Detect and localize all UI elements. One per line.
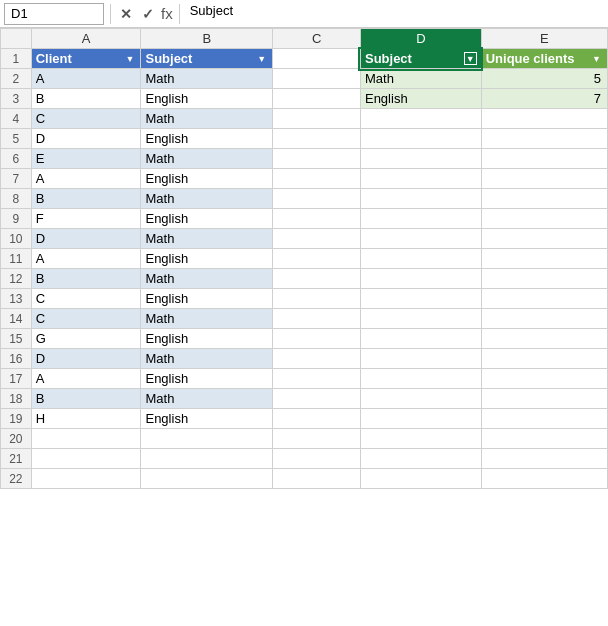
unique-clients-filter-btn[interactable]: ▼: [590, 52, 603, 65]
summary-subject-filter-btn[interactable]: ▼: [464, 52, 477, 65]
cell-d9[interactable]: [360, 209, 481, 229]
cell-d8[interactable]: [360, 189, 481, 209]
cell-b11[interactable]: English: [141, 249, 273, 269]
formula-content[interactable]: Subject: [186, 3, 604, 25]
cell-d3[interactable]: English: [360, 89, 481, 109]
function-icon[interactable]: fx: [161, 5, 173, 22]
cell-e15[interactable]: [481, 329, 607, 349]
cell-e5[interactable]: [481, 129, 607, 149]
cell-d18[interactable]: [360, 389, 481, 409]
cell-d22[interactable]: [360, 469, 481, 489]
client-filter-btn[interactable]: ▼: [123, 52, 136, 65]
cell-a15[interactable]: G: [31, 329, 141, 349]
cell-e19[interactable]: [481, 409, 607, 429]
cell-a7[interactable]: A: [31, 169, 141, 189]
cell-b19[interactable]: English: [141, 409, 273, 429]
cell-b21[interactable]: [141, 449, 273, 469]
cell-e8[interactable]: [481, 189, 607, 209]
cell-a4[interactable]: C: [31, 109, 141, 129]
subject-filter-btn[interactable]: ▼: [255, 52, 268, 65]
cell-a8[interactable]: B: [31, 189, 141, 209]
col-header-b[interactable]: B: [141, 29, 273, 49]
confirm-icon[interactable]: ✓: [139, 6, 157, 22]
cell-e14[interactable]: [481, 309, 607, 329]
cell-b7[interactable]: English: [141, 169, 273, 189]
cell-b2[interactable]: Math: [141, 69, 273, 89]
cell-d12[interactable]: [360, 269, 481, 289]
cell-a6[interactable]: E: [31, 149, 141, 169]
cell-a17[interactable]: A: [31, 369, 141, 389]
cell-a20[interactable]: [31, 429, 141, 449]
cell-e7[interactable]: [481, 169, 607, 189]
cell-e18[interactable]: [481, 389, 607, 409]
cell-e11[interactable]: [481, 249, 607, 269]
cell-a21[interactable]: [31, 449, 141, 469]
cell-e9[interactable]: [481, 209, 607, 229]
cell-d20[interactable]: [360, 429, 481, 449]
cell-b10[interactable]: Math: [141, 229, 273, 249]
col-header-e[interactable]: E: [481, 29, 607, 49]
cell-a12[interactable]: B: [31, 269, 141, 289]
cell-b6[interactable]: Math: [141, 149, 273, 169]
cell-e12[interactable]: [481, 269, 607, 289]
cell-reference-box[interactable]: D1: [4, 3, 104, 25]
cell-b17[interactable]: English: [141, 369, 273, 389]
cell-e16[interactable]: [481, 349, 607, 369]
cell-b13[interactable]: English: [141, 289, 273, 309]
cell-e17[interactable]: [481, 369, 607, 389]
cell-b8[interactable]: Math: [141, 189, 273, 209]
cell-b16[interactable]: Math: [141, 349, 273, 369]
cell-d13[interactable]: [360, 289, 481, 309]
cell-b9[interactable]: English: [141, 209, 273, 229]
cell-b22[interactable]: [141, 469, 273, 489]
cell-d4[interactable]: [360, 109, 481, 129]
cell-a10[interactable]: D: [31, 229, 141, 249]
cell-a11[interactable]: A: [31, 249, 141, 269]
cell-b14[interactable]: Math: [141, 309, 273, 329]
cell-e10[interactable]: [481, 229, 607, 249]
col-header-a[interactable]: A: [31, 29, 141, 49]
cell-b4[interactable]: Math: [141, 109, 273, 129]
cell-d21[interactable]: [360, 449, 481, 469]
cell-d15[interactable]: [360, 329, 481, 349]
cell-d17[interactable]: [360, 369, 481, 389]
cell-a18[interactable]: B: [31, 389, 141, 409]
cell-e6[interactable]: [481, 149, 607, 169]
cell-e3[interactable]: 7: [481, 89, 607, 109]
cell-a13[interactable]: C: [31, 289, 141, 309]
cancel-icon[interactable]: ✕: [117, 6, 135, 22]
cell-d5[interactable]: [360, 129, 481, 149]
cell-b5[interactable]: English: [141, 129, 273, 149]
cell-d10[interactable]: [360, 229, 481, 249]
cell-d14[interactable]: [360, 309, 481, 329]
cell-b3[interactable]: English: [141, 89, 273, 109]
cell-d7[interactable]: [360, 169, 481, 189]
cell-b12[interactable]: Math: [141, 269, 273, 289]
cell-b15[interactable]: English: [141, 329, 273, 349]
cell-d19[interactable]: [360, 409, 481, 429]
cell-a2[interactable]: A: [31, 69, 141, 89]
cell-b20[interactable]: [141, 429, 273, 449]
cell-e22[interactable]: [481, 469, 607, 489]
cell-a9[interactable]: F: [31, 209, 141, 229]
cell-d2[interactable]: Math: [360, 69, 481, 89]
cell-d6[interactable]: [360, 149, 481, 169]
col-header-d[interactable]: D: [360, 29, 481, 49]
cell-a16[interactable]: D: [31, 349, 141, 369]
cell-a1[interactable]: Client ▼: [31, 49, 141, 69]
col-header-c[interactable]: C: [273, 29, 361, 49]
cell-e20[interactable]: [481, 429, 607, 449]
cell-a14[interactable]: C: [31, 309, 141, 329]
cell-e2[interactable]: 5: [481, 69, 607, 89]
cell-e4[interactable]: [481, 109, 607, 129]
cell-e21[interactable]: [481, 449, 607, 469]
cell-d1[interactable]: Subject ▼: [360, 49, 481, 69]
cell-b1[interactable]: Subject ▼: [141, 49, 273, 69]
cell-b18[interactable]: Math: [141, 389, 273, 409]
cell-a19[interactable]: H: [31, 409, 141, 429]
cell-e13[interactable]: [481, 289, 607, 309]
cell-e1[interactable]: Unique clients ▼: [481, 49, 607, 69]
cell-d11[interactable]: [360, 249, 481, 269]
cell-a5[interactable]: D: [31, 129, 141, 149]
cell-a3[interactable]: B: [31, 89, 141, 109]
